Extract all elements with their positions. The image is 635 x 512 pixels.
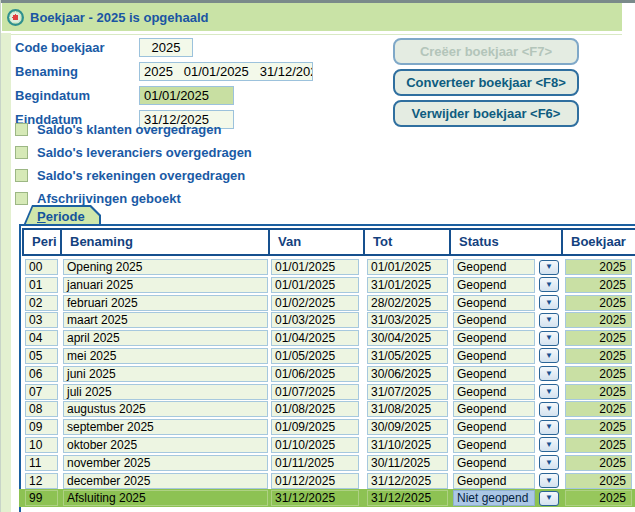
period-code-cell[interactable]: 12 bbox=[25, 473, 58, 489]
boekjaar-cell[interactable]: 2025 bbox=[565, 384, 632, 400]
status-cell[interactable]: Geopend bbox=[453, 419, 535, 435]
tot-date-cell[interactable]: 31/03/2025 bbox=[367, 312, 448, 328]
van-date-cell[interactable]: 01/07/2025 bbox=[271, 384, 359, 400]
benaming-cell[interactable]: juni 2025 bbox=[63, 366, 268, 382]
boekjaar-cell[interactable]: 2025 bbox=[565, 348, 632, 364]
status-dropdown-button[interactable]: ▼ bbox=[539, 348, 559, 363]
boekjaar-cell[interactable]: 2025 bbox=[565, 277, 632, 293]
period-code-cell[interactable]: 02 bbox=[25, 295, 58, 311]
status-dropdown-button[interactable]: ▼ bbox=[539, 437, 559, 452]
benaming-cell[interactable]: november 2025 bbox=[63, 455, 268, 471]
benaming-cell[interactable]: augustus 2025 bbox=[63, 401, 268, 417]
period-code-cell[interactable]: 04 bbox=[25, 330, 58, 346]
status-cell[interactable]: Geopend bbox=[453, 437, 535, 453]
van-date-cell[interactable]: 01/08/2025 bbox=[271, 401, 359, 417]
saldos-rekeningen-checkbox[interactable] bbox=[15, 169, 28, 182]
status-cell[interactable]: Geopend bbox=[453, 259, 535, 275]
period-code-cell[interactable]: 09 bbox=[25, 419, 58, 435]
tot-date-cell[interactable]: 31/12/2025 bbox=[367, 473, 448, 489]
verwijder-boekjaar-button[interactable]: Verwijder boekjaar <F6> bbox=[393, 100, 579, 127]
van-date-cell[interactable]: 01/05/2025 bbox=[271, 348, 359, 364]
status-dropdown-button[interactable]: ▼ bbox=[539, 473, 559, 488]
period-code-cell[interactable]: 11 bbox=[25, 455, 58, 471]
boekjaar-cell[interactable]: 2025 bbox=[565, 295, 632, 311]
benaming-cell[interactable]: Opening 2025 bbox=[63, 259, 268, 275]
benaming-cell[interactable]: april 2025 bbox=[63, 330, 268, 346]
status-dropdown-button[interactable]: ▼ bbox=[539, 491, 559, 506]
benaming-cell[interactable]: mei 2025 bbox=[63, 348, 268, 364]
van-date-cell[interactable]: 01/11/2025 bbox=[271, 455, 359, 471]
period-code-cell[interactable]: 00 bbox=[25, 259, 58, 275]
tot-date-cell[interactable]: 31/08/2025 bbox=[367, 401, 448, 417]
boekjaar-cell[interactable]: 2025 bbox=[565, 366, 632, 382]
status-cell[interactable]: Geopend bbox=[453, 473, 535, 489]
status-cell[interactable]: Geopend bbox=[453, 312, 535, 328]
boekjaar-cell[interactable]: 2025 bbox=[565, 473, 632, 489]
period-code-cell[interactable]: 07 bbox=[25, 384, 58, 400]
status-dropdown-button[interactable]: ▼ bbox=[539, 331, 559, 346]
tot-date-cell[interactable]: 30/04/2025 bbox=[367, 330, 448, 346]
period-code-cell[interactable]: 10 bbox=[25, 437, 58, 453]
period-code-cell[interactable]: 08 bbox=[25, 401, 58, 417]
benaming-cell[interactable]: februari 2025 bbox=[63, 295, 268, 311]
tot-date-cell[interactable]: 30/09/2025 bbox=[367, 419, 448, 435]
boekjaar-cell[interactable]: 2025 bbox=[565, 330, 632, 346]
tot-date-cell[interactable]: 31/07/2025 bbox=[367, 384, 448, 400]
tot-date-cell[interactable]: 31/05/2025 bbox=[367, 348, 448, 364]
status-cell[interactable]: Geopend bbox=[453, 366, 535, 382]
status-cell[interactable]: Geopend bbox=[453, 384, 535, 400]
period-code-cell[interactable]: 03 bbox=[25, 312, 58, 328]
benaming-field[interactable]: 2025 01/01/2025 31/12/2025 bbox=[139, 62, 313, 81]
van-date-cell[interactable]: 01/02/2025 bbox=[271, 295, 359, 311]
benaming-cell[interactable]: september 2025 bbox=[63, 419, 268, 435]
saldos-klanten-checkbox[interactable] bbox=[15, 123, 28, 136]
status-dropdown-button[interactable]: ▼ bbox=[539, 295, 559, 310]
benaming-cell[interactable]: januari 2025 bbox=[63, 277, 268, 293]
boekjaar-cell[interactable]: 2025 bbox=[565, 455, 632, 471]
saldos-leveranciers-checkbox[interactable] bbox=[15, 146, 28, 159]
benaming-cell[interactable]: december 2025 bbox=[63, 473, 268, 489]
period-code-cell[interactable]: 05 bbox=[25, 348, 58, 364]
afschrijvingen-checkbox[interactable] bbox=[15, 192, 28, 205]
status-cell[interactable]: Geopend bbox=[453, 277, 535, 293]
status-cell[interactable]: Niet geopend bbox=[453, 490, 535, 506]
van-date-cell[interactable]: 01/04/2025 bbox=[271, 330, 359, 346]
status-dropdown-button[interactable]: ▼ bbox=[539, 384, 559, 399]
van-date-cell[interactable]: 01/12/2025 bbox=[271, 473, 359, 489]
status-cell[interactable]: Geopend bbox=[453, 348, 535, 364]
status-cell[interactable]: Geopend bbox=[453, 295, 535, 311]
status-cell[interactable]: Geopend bbox=[453, 330, 535, 346]
creeer-boekjaar-button[interactable]: Creëer boekjaar <F7> bbox=[393, 38, 579, 65]
status-cell[interactable]: Geopend bbox=[453, 455, 535, 471]
converteer-boekjaar-button[interactable]: Converteer boekjaar <F8> bbox=[393, 69, 579, 96]
van-date-cell[interactable]: 01/10/2025 bbox=[271, 437, 359, 453]
status-dropdown-button[interactable]: ▼ bbox=[539, 260, 559, 275]
status-dropdown-button[interactable]: ▼ bbox=[539, 402, 559, 417]
benaming-cell[interactable]: Afsluiting 2025 bbox=[63, 490, 268, 506]
boekjaar-cell[interactable]: 2025 bbox=[565, 490, 632, 506]
tot-date-cell[interactable]: 31/10/2025 bbox=[367, 437, 448, 453]
boekjaar-cell[interactable]: 2025 bbox=[565, 259, 632, 275]
benaming-cell[interactable]: maart 2025 bbox=[63, 312, 268, 328]
period-code-cell[interactable]: 01 bbox=[25, 277, 58, 293]
tab-periode[interactable]: Periode bbox=[23, 205, 101, 226]
tot-date-cell[interactable]: 30/06/2025 bbox=[367, 366, 448, 382]
van-date-cell[interactable]: 31/12/2025 bbox=[271, 490, 359, 506]
tot-date-cell[interactable]: 01/01/2025 bbox=[367, 259, 448, 275]
benaming-cell[interactable]: oktober 2025 bbox=[63, 437, 268, 453]
tot-date-cell[interactable]: 31/12/2025 bbox=[367, 490, 448, 506]
status-dropdown-button[interactable]: ▼ bbox=[539, 366, 559, 381]
status-dropdown-button[interactable]: ▼ bbox=[539, 313, 559, 328]
status-cell[interactable]: Geopend bbox=[453, 401, 535, 417]
tot-date-cell[interactable]: 30/11/2025 bbox=[367, 455, 448, 471]
boekjaar-cell[interactable]: 2025 bbox=[565, 312, 632, 328]
boekjaar-cell[interactable]: 2025 bbox=[565, 437, 632, 453]
status-dropdown-button[interactable]: ▼ bbox=[539, 420, 559, 435]
benaming-cell[interactable]: juli 2025 bbox=[63, 384, 268, 400]
begindatum-field[interactable]: 01/01/2025 bbox=[139, 86, 234, 105]
code-boekjaar-field[interactable]: 2025 bbox=[139, 38, 193, 57]
van-date-cell[interactable]: 01/01/2025 bbox=[271, 259, 359, 275]
boekjaar-cell[interactable]: 2025 bbox=[565, 419, 632, 435]
period-code-cell[interactable]: 99 bbox=[25, 490, 58, 506]
van-date-cell[interactable]: 01/03/2025 bbox=[271, 312, 359, 328]
